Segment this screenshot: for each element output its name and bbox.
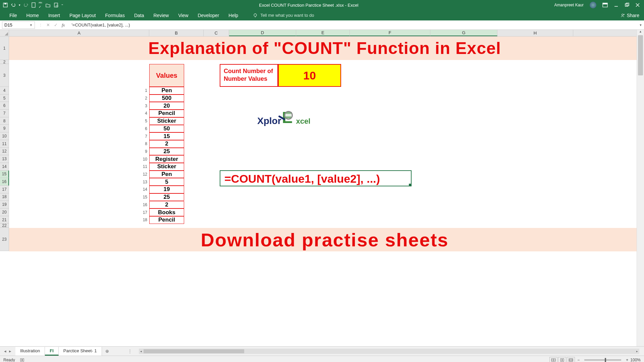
enter-icon[interactable]: ✓	[54, 22, 58, 27]
ribbon-tab-page-layout[interactable]: Page Layout	[65, 11, 101, 20]
column-header-D[interactable]: D	[229, 30, 296, 36]
row-header-22[interactable]: 22	[0, 224, 9, 228]
hscroll-thumb[interactable]	[144, 349, 244, 353]
close-icon[interactable]	[635, 3, 640, 7]
value-cell[interactable]: 15	[149, 132, 184, 140]
horizontal-scrollbar[interactable]: ◂ ▸	[139, 349, 639, 354]
zoom-in-button[interactable]: +	[626, 358, 628, 362]
formula-expand-icon[interactable]: ▼	[637, 23, 644, 27]
ribbon-tab-insert[interactable]: Insert	[44, 11, 65, 20]
row-headers[interactable]: 1234567891011121314151617181920212223	[0, 37, 9, 251]
row-header-13[interactable]: 13	[0, 155, 9, 163]
value-cell[interactable]: 2	[149, 201, 184, 209]
value-cell[interactable]: Sticker	[149, 163, 184, 171]
value-cell[interactable]: Pen	[149, 171, 184, 178]
row-header-6[interactable]: 6	[0, 102, 9, 110]
undo-dropdown-icon[interactable]: ▾	[19, 3, 20, 7]
ribbon-tab-data[interactable]: Data	[129, 11, 149, 20]
column-header-B[interactable]: B	[149, 30, 204, 36]
tab-split-handle[interactable]: ⋮	[126, 349, 134, 354]
add-sheet-button[interactable]: ⊕	[102, 347, 112, 355]
scroll-up-icon[interactable]: ▲	[637, 30, 644, 35]
page-layout-view-button[interactable]	[558, 357, 566, 362]
row-header-14[interactable]: 14	[0, 163, 9, 171]
value-cell[interactable]: Register	[149, 155, 184, 163]
sheet-tab-parctice-sheet-1[interactable]: Parctice Sheet- 1	[59, 347, 102, 356]
share-button[interactable]: Share	[615, 11, 644, 20]
save-icon[interactable]	[3, 2, 8, 8]
formula-input[interactable]: '=COUNT(value1, [value2], ...)	[69, 22, 637, 27]
value-cell[interactable]: Books	[149, 208, 184, 216]
row-header-7[interactable]: 7	[0, 110, 9, 117]
row-header-5[interactable]: 5	[0, 95, 9, 102]
row-header-23[interactable]: 23	[0, 228, 9, 251]
page-break-view-button[interactable]	[567, 357, 575, 362]
row-header-2[interactable]: 2	[0, 60, 9, 64]
scroll-thumb[interactable]	[638, 35, 643, 75]
row-header-19[interactable]: 19	[0, 201, 9, 208]
value-cell[interactable]: Pencil	[149, 216, 184, 224]
vertical-scrollbar[interactable]: ▲ ▼	[637, 30, 644, 362]
row-header-20[interactable]: 20	[0, 208, 9, 216]
row-header-15[interactable]: 15	[0, 171, 9, 178]
row-header-18[interactable]: 18	[0, 193, 9, 201]
column-header-C[interactable]: C	[204, 30, 229, 36]
value-cell[interactable]: 5	[149, 178, 184, 186]
cells-area[interactable]: Explanation of "COUNT" Function in Excel…	[9, 37, 637, 362]
value-cell[interactable]: 2	[149, 140, 184, 148]
row-header-12[interactable]: 12	[0, 148, 9, 156]
scroll-right-icon[interactable]: ▸	[635, 349, 639, 354]
column-header-F[interactable]: F	[350, 30, 430, 36]
row-header-16[interactable]: 16	[0, 178, 9, 186]
value-cell[interactable]: 20	[149, 102, 184, 110]
zoom-level[interactable]: 100%	[630, 358, 641, 362]
row-header-4[interactable]: 4	[0, 87, 9, 95]
value-cell[interactable]: 500	[149, 95, 184, 102]
scroll-left-icon[interactable]: ◂	[139, 349, 144, 354]
value-cell[interactable]: 25	[149, 148, 184, 156]
ribbon-tab-home[interactable]: Home	[22, 11, 44, 20]
ribbon-tab-help[interactable]: Help	[224, 11, 243, 20]
spellcheck-icon[interactable]: ᴬᴮᶜ✓	[39, 1, 43, 9]
zoom-out-button[interactable]: −	[577, 358, 580, 362]
macro-record-icon[interactable]	[20, 358, 24, 362]
ribbon-tab-file[interactable]: File	[5, 11, 22, 20]
sheet-next-icon[interactable]: ▸	[9, 349, 11, 354]
row-header-17[interactable]: 17	[0, 186, 9, 193]
cancel-icon[interactable]: ✕	[46, 22, 50, 27]
ribbon-tab-formulas[interactable]: Formulas	[101, 11, 129, 20]
ribbon-tab-view[interactable]: View	[173, 11, 193, 20]
column-header-E[interactable]: E	[296, 30, 350, 36]
value-cell[interactable]: 50	[149, 125, 184, 133]
row-header-21[interactable]: 21	[0, 216, 9, 224]
select-all-button[interactable]	[0, 30, 9, 37]
column-header-G[interactable]: G	[430, 30, 497, 36]
tell-me-search[interactable]: Tell me what you want to do	[253, 13, 314, 18]
row-header-8[interactable]: 8	[0, 117, 9, 125]
column-header-A[interactable]: A	[9, 30, 149, 36]
value-cell[interactable]: 19	[149, 186, 184, 193]
new-icon[interactable]	[31, 2, 36, 8]
sheet-tab-fi[interactable]: FI	[45, 347, 59, 356]
user-avatar[interactable]	[590, 2, 596, 8]
fb-dropdown-icon[interactable]: ⋮	[39, 23, 42, 27]
row-header-11[interactable]: 11	[0, 140, 9, 148]
ribbon-tab-review[interactable]: Review	[149, 11, 174, 20]
row-header-1[interactable]: 1	[0, 37, 9, 60]
value-cell[interactable]: Pencil	[149, 110, 184, 117]
normal-view-button[interactable]	[549, 357, 557, 362]
name-box[interactable]: D15 ▼	[2, 21, 35, 29]
minimize-icon[interactable]	[614, 3, 619, 7]
ribbon-tab-developer[interactable]: Developer	[193, 11, 224, 20]
maximize-icon[interactable]	[625, 3, 629, 7]
undo-icon[interactable]	[11, 2, 16, 8]
user-name[interactable]: Amanpreet Kaur	[554, 3, 584, 7]
zoom-slider[interactable]	[584, 359, 621, 361]
print-preview-icon[interactable]	[53, 2, 59, 8]
sheet-prev-icon[interactable]: ◂	[4, 349, 6, 354]
open-icon[interactable]	[45, 2, 51, 8]
sheet-nav[interactable]: ◂ ▸	[0, 349, 15, 354]
value-cell[interactable]: Sticker	[149, 117, 184, 125]
ribbon-display-icon[interactable]	[602, 3, 608, 7]
chevron-down-icon[interactable]: ▼	[30, 23, 33, 27]
